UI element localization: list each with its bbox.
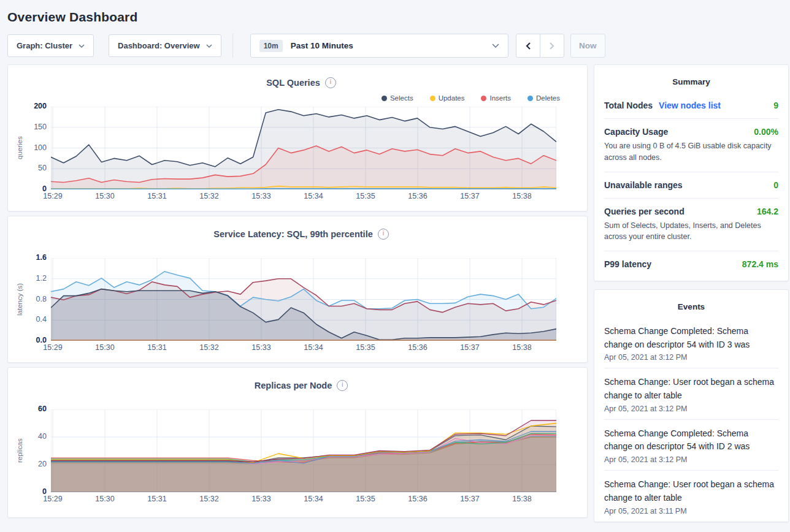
chart-title-row: Replicas per Node i	[15, 368, 587, 392]
x-tick-label: 15:38	[512, 343, 531, 352]
legend-item: Selects	[382, 94, 413, 102]
summary-description: You are using 0 B of 4.5 GiB usable disk…	[604, 140, 778, 164]
x-tick-label: 15:30	[95, 495, 114, 503]
next-time-button[interactable]	[540, 34, 564, 58]
y-tick-label: 150	[34, 123, 47, 131]
dashboard-dropdown-label: Dashboard: Overview	[118, 41, 200, 50]
time-step-buttons	[516, 34, 564, 58]
plot-area[interactable]	[51, 107, 556, 189]
chevron-down-icon	[79, 44, 85, 48]
chart-title-row: SQL Queries i	[15, 65, 587, 89]
chevron-down-icon	[206, 44, 212, 48]
main-content: SQL Queries i SelectsUpdatesInsertsDelet…	[7, 64, 789, 522]
legend-item: Updates	[430, 94, 465, 102]
legend-item: Deletes	[527, 94, 560, 102]
plot-area[interactable]	[51, 409, 556, 492]
summary-value: 9	[773, 101, 778, 110]
x-tick-label: 15:37	[460, 343, 479, 352]
plot-row: replicas 0204060	[15, 409, 587, 492]
y-axis-label: queries	[15, 107, 24, 189]
x-tick-label: 15:30	[95, 192, 114, 200]
event-item: Schema Change: User root began a schema …	[604, 368, 778, 419]
y-axis-label: replicas	[15, 409, 24, 492]
y-axis: 0204060	[24, 409, 51, 492]
x-tick-label: 15:32	[199, 192, 218, 200]
y-tick-label: 50	[38, 164, 47, 172]
y-tick-label: 0.4	[36, 315, 47, 324]
now-button[interactable]: Now	[570, 34, 605, 58]
toolbar-divider	[232, 34, 233, 58]
chart-title: Service Latency: SQL, 99th percentile	[213, 229, 373, 239]
info-icon[interactable]: i	[325, 77, 336, 88]
time-range-label: Past 10 Minutes	[291, 41, 353, 50]
x-tick-label: 15:31	[147, 192, 166, 200]
summary-label: Total Nodes	[604, 101, 653, 110]
x-tick-label: 15:30	[95, 343, 114, 352]
x-tick-label: 15:37	[460, 192, 479, 200]
events-card: Events Schema Change Completed: Schema c…	[594, 289, 789, 522]
x-tick-label: 15:31	[147, 495, 166, 503]
x-tick-label: 15:36	[408, 495, 427, 503]
x-tick-label: 15:34	[304, 192, 323, 200]
time-range-selector[interactable]: 10m Past 10 Minutes	[250, 34, 508, 58]
event-text: Schema Change Completed: Schema change o…	[604, 427, 778, 454]
x-tick-label: 15:32	[199, 495, 218, 503]
sidebar: Summary Total Nodes View nodes list 9 Ca…	[594, 64, 789, 522]
chevron-right-icon	[549, 42, 555, 50]
event-item: Schema Change Completed: Schema change o…	[604, 317, 778, 368]
summary-value: 0	[773, 180, 778, 190]
info-icon[interactable]: i	[378, 229, 389, 240]
prev-time-button[interactable]	[516, 34, 540, 58]
summary-label: Capacity Usage	[604, 127, 668, 137]
event-text: Schema Change: User root began a schema …	[604, 478, 778, 504]
summary-label: P99 latency	[604, 259, 651, 269]
x-tick-label: 15:29	[43, 192, 62, 200]
legend-spacer	[15, 241, 587, 258]
plot-row: queries 050100150200	[15, 107, 587, 189]
event-text: Schema Change: User root began a schema …	[604, 376, 778, 402]
legend-dot-icon	[527, 96, 533, 101]
summary-value: 164.2	[757, 207, 778, 216]
charts-column: SQL Queries i SelectsUpdatesInsertsDelet…	[7, 64, 588, 522]
chart-legend: SelectsUpdatesInsertsDeletes	[15, 89, 587, 107]
x-tick-label: 15:31	[147, 343, 166, 352]
summary-row-queries-per-second: Queries per second 164.2 Sum of Selects,…	[604, 198, 778, 251]
plot-area[interactable]	[51, 258, 556, 341]
x-tick-label: 15:33	[251, 192, 270, 200]
x-tick-label: 15:37	[460, 495, 479, 503]
summary-row-unavailable-ranges: Unavailable ranges 0	[604, 172, 778, 198]
summary-row-p99-latency: P99 latency 872.4 ms	[604, 251, 778, 277]
event-timestamp: Apr 05, 2021 at 3:12 PM	[604, 405, 778, 413]
x-tick-label: 15:32	[199, 343, 218, 352]
chart-title-row: Service Latency: SQL, 99th percentile i	[15, 216, 587, 241]
event-timestamp: Apr 05, 2021 at 3:12 PM	[604, 353, 778, 362]
event-item: Schema Change: User root began a schema …	[604, 470, 778, 521]
toolbar: Graph: Cluster Dashboard: Overview 10m P…	[7, 34, 783, 58]
legend-dot-icon	[382, 96, 387, 101]
summary-description: Sum of Selects, Updates, Inserts, and De…	[604, 220, 778, 243]
view-nodes-link[interactable]: View nodes list	[659, 101, 721, 110]
events-title: Events	[604, 300, 778, 317]
y-tick-label: 1.2	[36, 274, 47, 283]
dashboard-dropdown[interactable]: Dashboard: Overview	[109, 34, 221, 57]
event-timestamp: Apr 05, 2021 at 3:12 PM	[604, 455, 778, 464]
y-axis: 0.00.40.81.21.6	[24, 258, 51, 341]
x-tick-label: 15:34	[304, 343, 323, 352]
y-tick-label: 40	[38, 432, 47, 441]
info-icon[interactable]: i	[337, 380, 348, 391]
chart-title: Replicas per Node	[255, 381, 332, 390]
x-tick-label: 15:34	[304, 495, 323, 503]
summary-value: 872.4 ms	[742, 259, 778, 269]
summary-row-capacity-usage: Capacity Usage 0.00% You are using 0 B o…	[604, 118, 778, 172]
summary-row-total-nodes: Total Nodes View nodes list 9	[604, 93, 778, 118]
time-preset-badge: 10m	[259, 40, 283, 52]
x-axis: 15:2915:3015:3115:3215:3315:3415:3515:36…	[51, 341, 556, 353]
graph-dropdown-label: Graph: Cluster	[17, 41, 72, 50]
chart-card-service-latency: Service Latency: SQL, 99th percentile i …	[7, 216, 588, 363]
graph-dropdown[interactable]: Graph: Cluster	[7, 34, 94, 57]
x-tick-label: 15:36	[408, 343, 427, 352]
plot-row: latency (s) 0.00.40.81.21.6	[15, 258, 587, 341]
x-tick-label: 15:35	[356, 495, 375, 503]
summary-title: Summary	[604, 75, 778, 93]
chevron-left-icon	[525, 42, 531, 50]
